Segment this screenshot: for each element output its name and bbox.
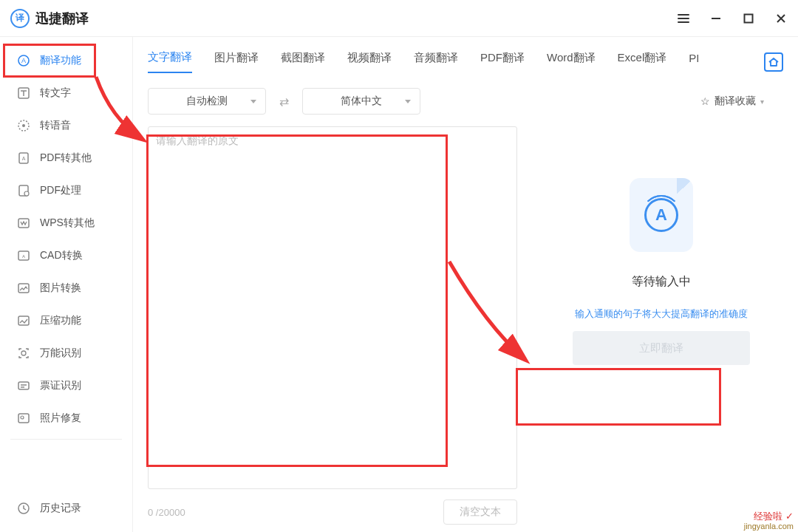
tab-image-translate[interactable]: 图片翻译 [214,51,259,72]
svg-text:A: A [22,254,25,259]
star-icon: ☆ [700,95,710,107]
result-panel: A 等待输入中 输入通顺的句子将大大提高翻译的准确度 立即翻译 [539,126,783,525]
watermark: 经验啦 ✓ jingyanla.com [744,511,794,531]
sidebar-item-ticket-ocr[interactable]: 票证识别 [0,369,132,402]
svg-text:A: A [21,57,26,64]
ticket-icon [16,378,31,393]
app-logo: 译 迅捷翻译 [10,9,89,28]
tab-text-translate[interactable]: 文字翻译 [148,50,192,73]
sidebar-separator [10,439,122,440]
favorites-button[interactable]: ☆ 翻译收藏 ▾ [700,95,783,108]
translate-icon: A [16,53,31,68]
sidebar-item-label: 压缩功能 [40,314,81,327]
svg-rect-10 [18,219,29,228]
sidebar-item-to-text[interactable]: 转文字 [0,77,132,109]
sidebar-item-label: 图片转换 [40,282,81,295]
main-panel: 文字翻译 图片翻译 截图翻译 视频翻译 音频翻译 PDF翻译 Word翻译 Ex… [133,37,798,532]
source-language-select[interactable]: 自动检测 [148,88,266,115]
sidebar-item-wps-convert[interactable]: WPS转其他 [0,207,132,239]
tab-word-translate[interactable]: Word翻译 [547,51,596,72]
pdf-convert-icon: A [16,151,31,166]
svg-point-15 [21,351,26,355]
sidebar-item-label: 转语音 [40,119,71,132]
sidebar-item-image-convert[interactable]: 图片转换 [0,272,132,304]
photo-repair-icon [16,411,31,426]
sidebar-item-label: PDF转其他 [40,151,92,165]
sidebar-item-compress[interactable]: 压缩功能 [0,304,132,337]
svg-point-18 [21,416,24,419]
minimize-icon[interactable] [709,12,723,25]
sidebar-item-label: CAD转换 [40,249,83,262]
sidebar-item-label: 万能识别 [40,347,81,360]
language-bar: 自动检测 ⇄ 简体中文 ☆ 翻译收藏 ▾ [133,76,798,126]
waiting-text: 等待输入中 [632,274,691,290]
sidebar-item-label: 照片修复 [40,412,81,425]
sidebar-item-label: PDF处理 [40,184,81,197]
image-convert-icon [16,281,31,296]
wps-icon [16,216,31,231]
clear-text-button[interactable]: 清空文本 [443,499,517,525]
source-textarea[interactable] [156,134,509,481]
char-counter: 0 /20000 [148,507,185,518]
home-icon[interactable] [764,52,783,72]
tab-audio-translate[interactable]: 音频翻译 [414,51,458,72]
sidebar-item-ocr[interactable]: 万能识别 [0,337,132,369]
sidebar-item-label: 翻译功能 [40,54,81,67]
sidebar-item-to-audio[interactable]: 转语音 [0,109,132,142]
svg-rect-0 [745,14,753,22]
sidebar-item-label: 票证识别 [40,379,81,392]
app-name: 迅捷翻译 [35,10,89,27]
sidebar-item-translate[interactable]: A 翻译功能 [0,44,132,77]
tab-more[interactable]: PI [689,52,699,72]
translate-now-button[interactable]: 立即翻译 [573,331,750,365]
svg-point-5 [22,124,25,127]
titlebar: 译 迅捷翻译 [0,0,798,37]
sidebar-item-pdf-convert[interactable]: A PDF转其他 [0,142,132,174]
compress-icon [16,313,31,328]
sidebar-item-photo-repair[interactable]: 照片修复 [0,402,132,434]
maximize-icon[interactable] [742,12,755,25]
tab-video-translate[interactable]: 视频翻译 [347,51,392,72]
tab-excel-translate[interactable]: Excel翻译 [618,51,667,72]
chevron-down-icon: ▾ [760,98,764,106]
svg-rect-16 [18,382,29,389]
close-icon[interactable] [774,12,788,25]
source-text-area[interactable] [148,126,517,489]
sidebar-item-label: 历史记录 [40,502,81,515]
sidebar-item-pdf-process[interactable]: PDF处理 [0,174,132,207]
svg-point-9 [24,191,29,196]
history-icon [16,501,31,516]
menu-icon[interactable] [677,12,690,25]
sidebar-item-history[interactable]: 历史记录 [0,492,132,525]
tab-screenshot-translate[interactable]: 截图翻译 [281,51,325,72]
svg-text:A: A [22,156,26,161]
to-audio-icon [16,118,31,133]
sidebar: A 翻译功能 转文字 转语音 A PDF转其他 PDF处理 WPS转其他 [0,37,133,532]
tab-pdf-translate[interactable]: PDF翻译 [480,51,525,72]
logo-icon: 译 [10,9,30,28]
sidebar-item-cad-convert[interactable]: A CAD转换 [0,239,132,272]
swap-icon[interactable]: ⇄ [279,95,289,109]
hint-text: 输入通顺的句子将大大提高翻译的准确度 [575,307,748,321]
pdf-process-icon [16,183,31,198]
tabs: 文字翻译 图片翻译 截图翻译 视频翻译 音频翻译 PDF翻译 Word翻译 Ex… [133,37,798,76]
sidebar-item-label: 转文字 [40,86,71,100]
svg-rect-14 [18,316,29,325]
translate-file-icon: A [630,178,693,252]
target-language-select[interactable]: 简体中文 [302,88,420,115]
scan-icon [16,346,31,361]
sidebar-item-label: WPS转其他 [40,216,95,230]
to-text-icon [16,86,31,100]
cad-icon: A [16,248,31,263]
